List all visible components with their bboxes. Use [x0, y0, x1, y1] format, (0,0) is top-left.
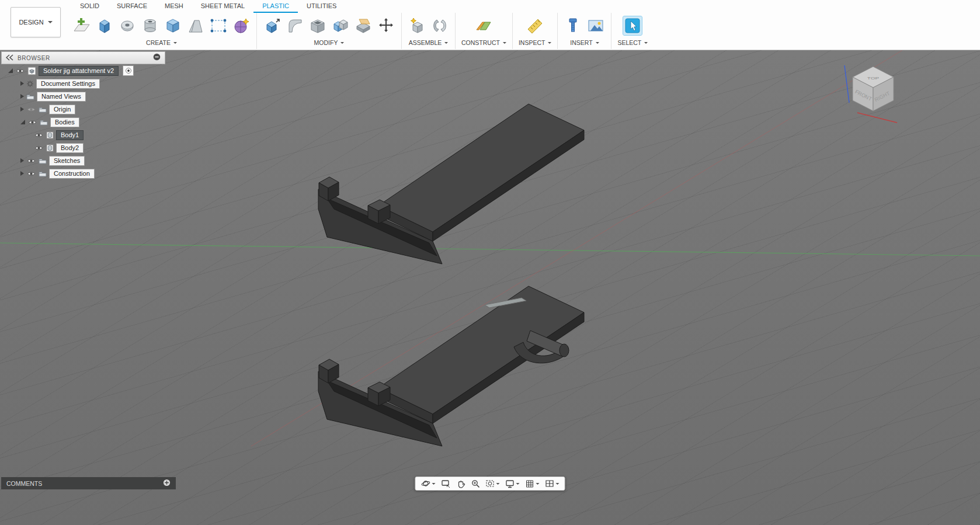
new-component-icon[interactable] [408, 16, 426, 35]
expand-arrow-icon[interactable] [20, 158, 24, 163]
rectangular-pattern-icon[interactable] [209, 16, 228, 35]
browser-item-construction[interactable]: Construction [1, 167, 165, 180]
browser-item-origin[interactable]: Origin [1, 103, 165, 116]
browser-item-root[interactable]: Solder jig attatchment v2 [1, 64, 165, 77]
construct-label: CONSTRUCT [461, 39, 500, 46]
tab-solid[interactable]: SOLID [71, 0, 108, 13]
chevron-down-icon [432, 483, 436, 485]
remove-icon[interactable] [153, 53, 161, 63]
inspect-dropdown[interactable]: INSPECT [519, 39, 552, 46]
orbit-icon[interactable] [421, 479, 436, 488]
construction-plane-icon[interactable] [474, 16, 493, 35]
visibility-eye-icon[interactable] [27, 119, 37, 126]
fit-icon[interactable] [486, 479, 500, 488]
box-icon[interactable] [164, 16, 182, 35]
select-icon[interactable] [623, 16, 642, 35]
browser-item-label[interactable]: Body1 [56, 130, 84, 140]
combine-icon[interactable] [331, 16, 350, 35]
browser-item-sketches[interactable]: Sketches [1, 154, 165, 167]
body1-model[interactable] [318, 104, 584, 264]
fillet-icon[interactable] [286, 16, 304, 35]
visibility-eye-icon[interactable] [26, 106, 36, 113]
expand-arrow-icon[interactable] [20, 171, 24, 176]
browser-item-label[interactable]: Origin [49, 105, 75, 114]
browser-item-bodies[interactable]: Bodies [1, 116, 165, 128]
measure-icon[interactable] [526, 16, 544, 35]
assemble-dropdown[interactable]: ASSEMBLE [409, 39, 449, 46]
create-sketch-icon[interactable] [72, 16, 91, 35]
chevron-down-icon [516, 483, 520, 485]
look-at-icon[interactable] [442, 479, 451, 488]
browser-item-body1[interactable]: Body1 [1, 128, 165, 141]
ribbon-groups: CREATE MODIFY ASSEMBLE [67, 13, 654, 49]
hole-icon[interactable] [141, 16, 159, 35]
comments-bar[interactable]: COMMENTS [1, 477, 176, 489]
insert-fastener-icon[interactable] [564, 16, 582, 35]
tab-sheet-metal[interactable]: SHEET METAL [192, 0, 253, 13]
assemble-label: ASSEMBLE [409, 39, 442, 46]
tab-utilities[interactable]: UTILITIES [298, 0, 345, 13]
navigation-toolbar [415, 477, 565, 491]
select-dropdown[interactable]: SELECT [617, 39, 648, 46]
viewport[interactable]: TOP FRONT RIGHT BROWSER Solder jig attat… [0, 50, 980, 525]
tab-surface[interactable]: SURFACE [108, 0, 156, 13]
canvas-icon[interactable] [586, 16, 605, 35]
joint-icon[interactable] [430, 16, 449, 35]
comments-label: COMMENTS [6, 480, 42, 487]
chevron-down-icon [536, 483, 540, 485]
design-menu-button[interactable]: DESIGN [11, 7, 61, 37]
create-dropdown[interactable]: CREATE [146, 39, 177, 46]
insert-dropdown[interactable]: INSERT [570, 39, 599, 46]
expand-arrow-icon[interactable] [8, 68, 13, 73]
lattice-icon[interactable] [232, 16, 251, 35]
browser-item-label[interactable]: Solder jig attatchment v2 [39, 66, 119, 76]
visibility-eye-icon[interactable] [34, 132, 44, 138]
browser-header: BROWSER [1, 51, 165, 64]
collapse-panel-icon[interactable] [6, 53, 13, 63]
browser-item-named-views[interactable]: Named Views [1, 90, 165, 103]
expand-arrow-icon[interactable] [20, 107, 24, 112]
browser-item-label[interactable]: Named Views [37, 92, 86, 102]
modify-dropdown[interactable]: MODIFY [314, 39, 345, 46]
folder-icon [26, 93, 34, 100]
viewcube-x-axis [857, 113, 897, 123]
browser-item-label[interactable]: Document Settings [36, 79, 100, 89]
browser-item-label[interactable]: Bodies [50, 117, 79, 127]
tab-plastic[interactable]: PLASTIC [253, 0, 298, 13]
viewcube[interactable]: TOP FRONT RIGHT [841, 57, 905, 127]
display-settings-icon[interactable] [506, 479, 520, 488]
visibility-eye-icon[interactable] [26, 171, 36, 177]
group-inspect: INSPECT [512, 13, 558, 49]
tab-mesh[interactable]: MESH [156, 0, 192, 13]
draft-icon[interactable] [186, 16, 205, 35]
shell-icon[interactable] [308, 16, 327, 35]
pan-icon[interactable] [457, 479, 465, 488]
move-copy-icon[interactable] [377, 16, 395, 35]
browser-item-label[interactable]: Body2 [56, 143, 84, 153]
browser-item-document-settings[interactable]: Document Settings [1, 77, 165, 90]
browser-item-body2[interactable]: Body2 [1, 141, 165, 154]
modify-label: MODIFY [314, 39, 338, 46]
revolve-icon[interactable] [118, 16, 137, 35]
extrude-icon[interactable] [95, 16, 114, 35]
group-construct: CONSTRUCT [455, 13, 512, 49]
browser-item-label[interactable]: Sketches [49, 156, 85, 166]
zoom-icon[interactable] [471, 479, 480, 488]
split-body-icon[interactable] [354, 16, 373, 35]
expand-arrow-icon[interactable] [20, 120, 25, 124]
visibility-eye-icon[interactable] [15, 68, 25, 74]
expand-arrow-icon[interactable] [20, 94, 24, 99]
grid-settings-icon[interactable] [526, 479, 540, 488]
add-comment-icon[interactable] [163, 479, 171, 488]
visibility-eye-icon[interactable] [26, 158, 36, 164]
viewports-icon[interactable] [545, 479, 559, 488]
browser-item-label[interactable]: Construction [49, 169, 95, 179]
activate-component-radio[interactable] [123, 65, 134, 76]
press-pull-icon[interactable] [263, 16, 282, 35]
body2-model[interactable] [318, 286, 584, 446]
construct-dropdown[interactable]: CONSTRUCT [461, 39, 506, 46]
viewcube-top-label[interactable]: TOP [867, 76, 880, 80]
visibility-eye-icon[interactable] [34, 145, 44, 151]
expand-arrow-icon[interactable] [20, 81, 24, 86]
chevron-down-icon [644, 42, 648, 44]
